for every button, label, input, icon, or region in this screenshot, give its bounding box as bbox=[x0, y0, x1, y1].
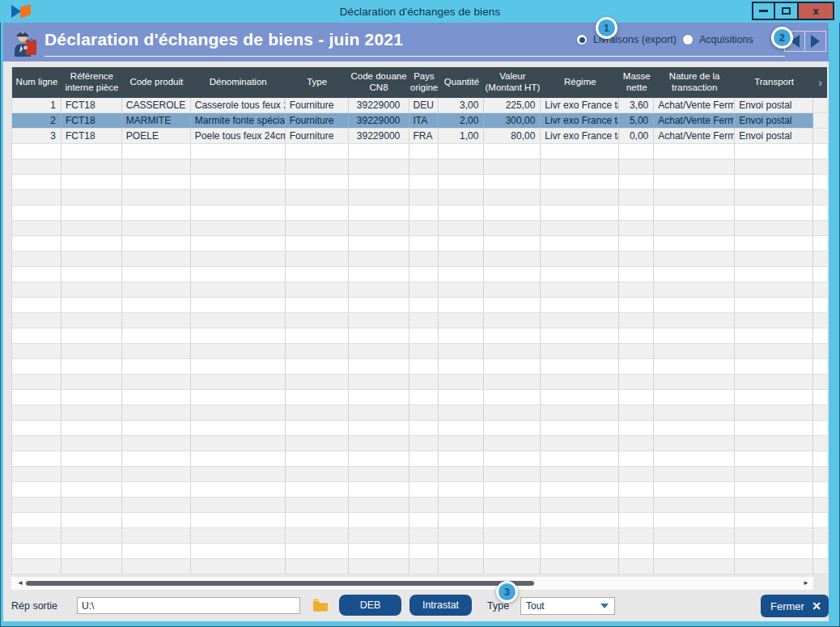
table-empty-row[interactable] bbox=[12, 236, 827, 252]
table-cell bbox=[541, 544, 619, 558]
table-cell bbox=[484, 467, 541, 481]
table-empty-row[interactable] bbox=[12, 328, 827, 344]
table-empty-row[interactable] bbox=[12, 390, 827, 405]
table-cell bbox=[349, 252, 409, 266]
column-header[interactable]: Quantité bbox=[439, 67, 484, 98]
table-empty-row[interactable] bbox=[12, 359, 827, 375]
table-cell bbox=[541, 221, 619, 235]
table-cell: Livr exo France ta bbox=[541, 98, 619, 112]
table-cell bbox=[286, 328, 349, 343]
table-empty-row[interactable] bbox=[12, 405, 827, 421]
table-cell: CASSEROLE bbox=[122, 98, 191, 112]
column-header[interactable]: Pays origine bbox=[409, 67, 439, 98]
table-empty-row[interactable] bbox=[12, 298, 827, 313]
table-cell bbox=[484, 144, 541, 159]
table-cell bbox=[541, 144, 619, 159]
table-empty-row[interactable] bbox=[12, 221, 827, 236]
table-empty-row[interactable] bbox=[12, 436, 827, 451]
table-empty-row[interactable] bbox=[12, 175, 827, 190]
intrastat-button[interactable]: Intrastat bbox=[409, 595, 472, 616]
table-cell bbox=[484, 482, 541, 497]
fermer-button[interactable]: Fermer ✕ bbox=[761, 595, 829, 617]
table-empty-row[interactable] bbox=[12, 451, 827, 467]
table-cell bbox=[541, 236, 619, 251]
table-empty-row[interactable] bbox=[12, 205, 827, 221]
column-header[interactable]: Régime bbox=[541, 67, 619, 98]
table-row[interactable]: 2FCT18MARMITEMarmite fonte spécialeFourn… bbox=[12, 113, 827, 129]
table-empty-row[interactable] bbox=[12, 282, 827, 298]
table-empty-row[interactable] bbox=[12, 144, 827, 159]
table-cell bbox=[286, 467, 349, 481]
table-cell bbox=[484, 298, 541, 312]
table-cell bbox=[409, 267, 439, 282]
table-empty-row[interactable] bbox=[12, 559, 827, 574]
column-header[interactable]: Dénomination bbox=[191, 67, 286, 98]
table-empty-row[interactable] bbox=[12, 344, 827, 359]
column-header[interactable]: Code produit bbox=[122, 67, 191, 98]
table-empty-row[interactable] bbox=[12, 482, 827, 498]
rep-sortie-label: Rép sortie bbox=[11, 600, 57, 612]
table-cell bbox=[409, 159, 439, 174]
radio-livraisons-export[interactable]: Livraisons (export) bbox=[576, 34, 677, 45]
table-cell bbox=[654, 498, 735, 512]
table-empty-row[interactable] bbox=[12, 544, 827, 559]
column-header[interactable]: Num ligne bbox=[12, 67, 62, 98]
table-cell bbox=[62, 482, 122, 497]
scroll-left-arrow-icon[interactable]: ◄ bbox=[17, 580, 23, 587]
table-empty-row[interactable] bbox=[12, 513, 827, 528]
column-header[interactable]: Code douane CN8 bbox=[349, 67, 409, 98]
table-empty-row[interactable] bbox=[12, 421, 827, 436]
column-header[interactable]: Nature de la transaction bbox=[654, 67, 735, 98]
table-empty-row[interactable] bbox=[12, 375, 827, 390]
scrollbar-thumb[interactable] bbox=[26, 581, 534, 586]
deb-button[interactable]: DEB bbox=[339, 595, 401, 616]
column-header[interactable]: Valeur (Montant HT) bbox=[484, 67, 541, 98]
column-header[interactable]: Référence interne pièce bbox=[62, 67, 122, 98]
scroll-right-arrow-icon[interactable]: ► bbox=[803, 580, 809, 587]
table-empty-row[interactable] bbox=[12, 190, 827, 205]
table-cell bbox=[541, 205, 619, 220]
table-empty-row[interactable] bbox=[12, 528, 827, 544]
table-cell: 300,00 bbox=[484, 113, 541, 128]
close-button[interactable]: x bbox=[799, 2, 834, 20]
table-cell bbox=[619, 390, 654, 405]
table-cell bbox=[349, 359, 409, 374]
rep-sortie-input[interactable] bbox=[77, 597, 300, 614]
table-cell bbox=[484, 498, 541, 512]
table-cell-overflow bbox=[813, 205, 827, 220]
table-cell bbox=[439, 344, 484, 358]
next-period-button[interactable] bbox=[805, 31, 826, 52]
column-header[interactable]: Type bbox=[286, 67, 349, 98]
table-cell bbox=[286, 451, 349, 466]
browse-folder-button[interactable] bbox=[312, 598, 329, 612]
table-cell bbox=[122, 252, 191, 266]
table-empty-row[interactable] bbox=[12, 159, 827, 175]
table-cell bbox=[439, 236, 484, 251]
table-cell bbox=[349, 282, 409, 297]
column-header[interactable]: Transport bbox=[735, 67, 813, 98]
table-row[interactable]: 1FCT18CASSEROLECasserole tous feux 24Fou… bbox=[12, 98, 827, 113]
table-empty-row[interactable] bbox=[12, 498, 827, 513]
minimize-button[interactable] bbox=[752, 2, 775, 20]
table-cell bbox=[439, 375, 484, 389]
table-cell bbox=[286, 390, 349, 405]
table-empty-row[interactable] bbox=[12, 467, 827, 482]
table-cell: 3,00 bbox=[439, 98, 484, 112]
table-cell bbox=[62, 175, 122, 189]
more-columns-chevron-icon[interactable]: › bbox=[813, 67, 827, 98]
declaration-table: Num ligneRéférence interne pièceCode pro… bbox=[11, 67, 827, 574]
maximize-button[interactable] bbox=[775, 2, 799, 20]
table-row[interactable]: 3FCT18POELEPoele tous feux 24cm iFournit… bbox=[12, 129, 827, 144]
table-cell bbox=[122, 498, 191, 512]
table-cell bbox=[619, 405, 654, 420]
table-empty-row[interactable] bbox=[12, 252, 827, 267]
table-empty-row[interactable] bbox=[12, 267, 827, 282]
column-header[interactable]: Masse nette bbox=[619, 67, 654, 98]
horizontal-scrollbar[interactable]: ◄ ► bbox=[11, 577, 813, 590]
table-cell: 1 bbox=[12, 98, 62, 112]
type-dropdown[interactable]: Tout bbox=[520, 597, 615, 615]
table-cell bbox=[62, 328, 122, 343]
table-cell bbox=[541, 451, 619, 466]
radio-acquisitions[interactable]: Acquisitions bbox=[682, 34, 753, 45]
table-empty-row[interactable] bbox=[12, 313, 827, 328]
